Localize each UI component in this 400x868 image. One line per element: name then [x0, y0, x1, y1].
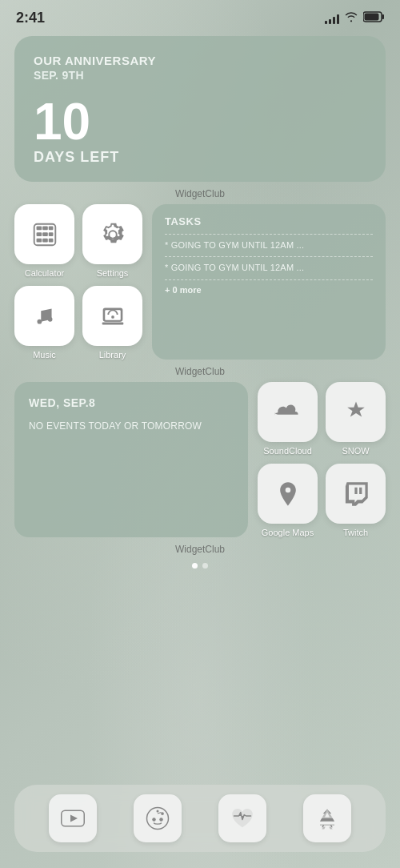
svg-point-17 [111, 315, 114, 319]
days-number: 10 [34, 96, 366, 147]
svg-rect-8 [42, 232, 48, 236]
apps-row-2: Music Library [14, 286, 142, 360]
svg-rect-18 [104, 309, 121, 320]
widget-club-label-1: WidgetClub [14, 188, 386, 199]
music-label: Music [33, 350, 56, 360]
svg-rect-2 [365, 14, 379, 21]
health-dock-app[interactable] [218, 794, 266, 842]
signal-icon [325, 13, 339, 24]
task-more: + 0 more [165, 285, 373, 295]
main-content: Our anniversary Sep. 9th 10 Days left Wi… [0, 36, 400, 569]
googlemaps-app[interactable]: Google Maps [258, 464, 318, 537]
task-divider-2 [165, 256, 373, 257]
svg-rect-1 [382, 14, 385, 19]
soundcloud-icon [274, 398, 302, 427]
svg-marker-20 [70, 815, 78, 822]
battery-icon [363, 11, 384, 25]
svg-point-14 [47, 316, 52, 321]
middle-section: Calculator Settings [14, 204, 386, 360]
tasks-widget[interactable]: Tasks * Going to Gym Until 12am ... * Go… [152, 204, 386, 360]
wifi-icon [344, 11, 358, 25]
calculator-label: Calculator [25, 268, 65, 278]
days-label: Days left [34, 149, 366, 166]
library-icon [98, 301, 128, 332]
page-indicator [14, 563, 386, 569]
calculator-app[interactable]: Calculator [14, 204, 74, 278]
svg-rect-11 [42, 238, 48, 242]
status-time: 2:41 [16, 10, 45, 26]
soundcloud-label: SoundCloud [263, 446, 312, 456]
svg-rect-9 [48, 232, 53, 236]
svg-point-25 [157, 810, 159, 813]
svg-rect-5 [42, 226, 48, 230]
tasks-title: Tasks [165, 215, 373, 227]
task-item-2: * Going to Gym Until 12am ... [165, 262, 373, 274]
anniversary-widget[interactable]: Our anniversary Sep. 9th 10 Days left [14, 36, 386, 182]
music-app[interactable]: Music [14, 286, 74, 360]
anniversary-title: Our anniversary [34, 54, 366, 67]
twitch-app[interactable]: Twitch [326, 464, 386, 537]
snow-label: SNOW [342, 446, 369, 456]
svg-rect-10 [36, 238, 42, 242]
dock [14, 785, 386, 852]
library-app[interactable]: Library [82, 286, 142, 360]
widget-club-label-2: WidgetClub [14, 366, 386, 377]
apps-grid: Calculator Settings [14, 204, 142, 360]
svg-point-13 [37, 319, 42, 323]
svg-rect-7 [36, 232, 42, 236]
widget-club-label-3: WidgetClub [14, 544, 386, 555]
calculator-icon [30, 219, 60, 250]
settings-app[interactable]: Settings [82, 204, 142, 278]
calendar-day: Wed, Sep.8 [29, 396, 234, 409]
svg-rect-12 [48, 238, 53, 242]
status-bar: 2:41 [0, 0, 400, 30]
library-label: Library [99, 350, 126, 360]
small-icons-grid: SoundCloud SNOW Google Maps [258, 382, 386, 537]
settings-icon [98, 219, 128, 250]
youtube-dock-app[interactable] [49, 794, 97, 842]
soundcloud-icon-box[interactable] [258, 382, 318, 442]
snow-icon [342, 398, 370, 427]
page-dot-1 [192, 563, 198, 569]
twitch-label: Twitch [343, 528, 368, 537]
svg-rect-6 [48, 226, 53, 230]
music-icon-box[interactable] [14, 286, 74, 346]
youtube-icon [61, 806, 85, 830]
calculator-icon-box[interactable] [14, 204, 74, 264]
svg-rect-4 [36, 226, 42, 230]
svg-point-22 [152, 818, 156, 822]
googlemaps-icon-box[interactable] [258, 464, 318, 524]
svg-point-23 [159, 818, 163, 822]
soundcloud-app[interactable]: SoundCloud [258, 382, 318, 456]
snow-app[interactable]: SNOW [326, 382, 386, 456]
health-icon [230, 806, 254, 830]
svg-rect-15 [102, 322, 123, 324]
twitch-icon-box[interactable] [326, 464, 386, 524]
library-icon-box[interactable] [82, 286, 142, 346]
apps-row-1: Calculator Settings [14, 204, 142, 278]
anniversary-date: Sep. 9th [34, 69, 366, 82]
task-divider-1 [165, 234, 373, 235]
appstore-icon [315, 806, 339, 830]
task-item-1: * Going to Gym Until 12am ... [165, 239, 373, 251]
reddit-dock-app[interactable] [134, 794, 182, 842]
calendar-event: No events today or tomorrow [29, 419, 234, 433]
googlemaps-label: Google Maps [262, 528, 314, 537]
bottom-widget-section: Wed, Sep.8 No events today or tomorrow S… [14, 382, 386, 537]
appstore-dock-app[interactable] [303, 794, 351, 842]
reddit-icon [146, 806, 170, 830]
twitch-icon [342, 480, 370, 508]
svg-point-24 [161, 812, 164, 815]
page-dot-2 [202, 563, 208, 569]
calendar-widget[interactable]: Wed, Sep.8 No events today or tomorrow [14, 382, 248, 537]
settings-label: Settings [97, 268, 129, 278]
maps-icon [274, 480, 302, 508]
snow-icon-box[interactable] [326, 382, 386, 442]
task-divider-3 [165, 279, 373, 280]
music-icon [30, 301, 60, 332]
status-icons [325, 11, 384, 25]
settings-icon-box[interactable] [82, 204, 142, 264]
